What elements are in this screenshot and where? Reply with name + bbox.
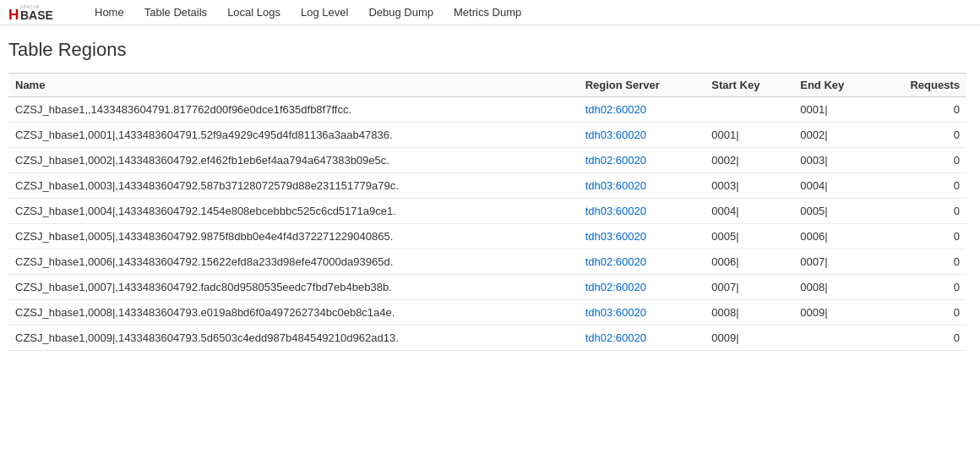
table-header: Name Region Server Start Key End Key Req… xyxy=(8,74,966,97)
cell-region-server[interactable]: tdh03:60020 xyxy=(579,199,705,224)
col-header-region-server: Region Server xyxy=(579,74,705,97)
cell-end-key: 0004| xyxy=(793,173,876,199)
cell-start-key: 0003| xyxy=(705,173,793,199)
table-row: CZSJ_hbase1,0001|,1433483604791.52f9a492… xyxy=(8,123,966,148)
nav-link-log-level[interactable]: Log Level xyxy=(291,0,358,25)
cell-requests: 0 xyxy=(876,173,966,199)
cell-name: CZSJ_hbase1,0001|,1433483604791.52f9a492… xyxy=(8,123,579,148)
svg-text:H: H xyxy=(8,6,19,21)
col-header-start-key: Start Key xyxy=(705,74,793,97)
table-row: CZSJ_hbase1,0002|,1433483604792.ef462fb1… xyxy=(8,148,966,173)
hbase-logo-svg: APACHE H BASE xyxy=(8,3,68,22)
region-server-link[interactable]: tdh03:60020 xyxy=(585,306,646,319)
nav-link-metrics-dump[interactable]: Metrics Dump xyxy=(444,0,531,25)
region-server-link[interactable]: tdh03:60020 xyxy=(585,230,646,243)
region-server-link[interactable]: tdh03:60020 xyxy=(585,205,646,217)
cell-requests: 0 xyxy=(876,249,966,275)
region-server-link[interactable]: tdh02:60020 xyxy=(585,281,646,293)
cell-requests: 0 xyxy=(876,123,966,148)
cell-end-key: 0003| xyxy=(793,148,876,173)
cell-region-server[interactable]: tdh02:60020 xyxy=(579,97,705,123)
cell-start-key: 0009| xyxy=(705,326,793,351)
table-row: CZSJ_hbase1,0003|,1433483604792.587b3712… xyxy=(8,173,966,199)
nav-links: HomeTable DetailsLocal LogsLog LevelDebu… xyxy=(84,0,531,25)
cell-requests: 0 xyxy=(876,199,966,224)
cell-start-key: 0002| xyxy=(705,148,793,173)
cell-name: CZSJ_hbase1,0007|,1433483604792.fadc80d9… xyxy=(8,275,579,300)
cell-end-key: 0006| xyxy=(793,224,876,249)
cell-end-key: 0002| xyxy=(793,123,876,148)
table-body: CZSJ_hbase1,,1433483604791.817762d00f96e… xyxy=(8,97,966,351)
cell-name: CZSJ_hbase1,0004|,1433483604792.1454e808… xyxy=(8,199,579,224)
cell-requests: 0 xyxy=(876,148,966,173)
cell-region-server[interactable]: tdh03:60020 xyxy=(579,300,705,326)
region-server-link[interactable]: tdh02:60020 xyxy=(585,255,646,268)
cell-end-key: 0008| xyxy=(793,275,876,300)
nav-link-local-logs[interactable]: Local Logs xyxy=(217,0,291,25)
cell-region-server[interactable]: tdh03:60020 xyxy=(579,123,705,148)
cell-region-server[interactable]: tdh02:60020 xyxy=(579,249,705,275)
nav-item: Table Details xyxy=(134,0,217,25)
region-server-link[interactable]: tdh02:60020 xyxy=(585,331,646,344)
cell-start-key: 0004| xyxy=(705,199,793,224)
col-header-requests: Requests xyxy=(876,74,966,97)
regions-table: Name Region Server Start Key End Key Req… xyxy=(8,73,966,351)
navbar: APACHE H BASE HomeTable DetailsLocal Log… xyxy=(0,0,980,25)
nav-link-table-details[interactable]: Table Details xyxy=(134,0,217,25)
page-content: Table Regions Name Region Server Start K… xyxy=(0,25,980,364)
table-row: CZSJ_hbase1,0007|,1433483604792.fadc80d9… xyxy=(8,275,966,300)
cell-end-key xyxy=(793,326,876,351)
cell-requests: 0 xyxy=(876,326,966,351)
cell-start-key: 0001| xyxy=(705,123,793,148)
cell-region-server[interactable]: tdh03:60020 xyxy=(579,173,705,199)
region-server-link[interactable]: tdh02:60020 xyxy=(585,154,646,167)
cell-name: CZSJ_hbase1,0009|,1433483604793.5d6503c4… xyxy=(8,326,579,351)
region-server-link[interactable]: tdh02:60020 xyxy=(585,103,646,116)
nav-link-debug-dump[interactable]: Debug Dump xyxy=(358,0,444,25)
cell-start-key: 0008| xyxy=(705,300,793,326)
region-server-link[interactable]: tdh03:60020 xyxy=(585,179,646,192)
table-row: CZSJ_hbase1,0006|,1433483604792.15622efd… xyxy=(8,249,966,275)
nav-item: Local Logs xyxy=(217,0,291,25)
cell-name: CZSJ_hbase1,0002|,1433483604792.ef462fb1… xyxy=(8,148,579,173)
nav-item: Home xyxy=(84,0,134,25)
cell-region-server[interactable]: tdh02:60020 xyxy=(579,326,705,351)
table-header-row: Name Region Server Start Key End Key Req… xyxy=(8,74,966,97)
cell-requests: 0 xyxy=(876,224,966,249)
cell-region-server[interactable]: tdh02:60020 xyxy=(579,275,705,300)
cell-name: CZSJ_hbase1,0006|,1433483604792.15622efd… xyxy=(8,249,579,275)
cell-name: CZSJ_hbase1,0005|,1433483604792.9875f8db… xyxy=(8,224,579,249)
table-row: CZSJ_hbase1,0005|,1433483604792.9875f8db… xyxy=(8,224,966,249)
cell-end-key: 0007| xyxy=(793,249,876,275)
cell-requests: 0 xyxy=(876,275,966,300)
cell-requests: 0 xyxy=(876,300,966,326)
col-header-name: Name xyxy=(8,74,579,97)
nav-item: Metrics Dump xyxy=(444,0,531,25)
cell-end-key: 0009| xyxy=(793,300,876,326)
logo: APACHE H BASE xyxy=(8,3,68,22)
cell-start-key: 0007| xyxy=(705,275,793,300)
cell-start-key xyxy=(705,97,793,123)
page-title: Table Regions xyxy=(8,39,966,61)
cell-requests: 0 xyxy=(876,97,966,123)
region-server-link[interactable]: tdh03:60020 xyxy=(585,129,646,141)
table-row: CZSJ_hbase1,0009|,1433483604793.5d6503c4… xyxy=(8,326,966,351)
cell-end-key: 0005| xyxy=(793,199,876,224)
cell-end-key: 0001| xyxy=(793,97,876,123)
cell-name: CZSJ_hbase1,0003|,1433483604792.587b3712… xyxy=(8,173,579,199)
nav-item: Log Level xyxy=(291,0,358,25)
nav-item: Debug Dump xyxy=(358,0,444,25)
cell-start-key: 0006| xyxy=(705,249,793,275)
svg-text:BASE: BASE xyxy=(20,8,53,21)
cell-name: CZSJ_hbase1,0008|,1433483604793.e019a8bd… xyxy=(8,300,579,326)
col-header-end-key: End Key xyxy=(793,74,876,97)
cell-region-server[interactable]: tdh03:60020 xyxy=(579,224,705,249)
table-row: CZSJ_hbase1,0004|,1433483604792.1454e808… xyxy=(8,199,966,224)
cell-start-key: 0005| xyxy=(705,224,793,249)
table-row: CZSJ_hbase1,,1433483604791.817762d00f96e… xyxy=(8,97,966,123)
cell-name: CZSJ_hbase1,,1433483604791.817762d00f96e… xyxy=(8,97,579,123)
cell-region-server[interactable]: tdh02:60020 xyxy=(579,148,705,173)
nav-link-home[interactable]: Home xyxy=(84,0,134,25)
table-row: CZSJ_hbase1,0008|,1433483604793.e019a8bd… xyxy=(8,300,966,326)
